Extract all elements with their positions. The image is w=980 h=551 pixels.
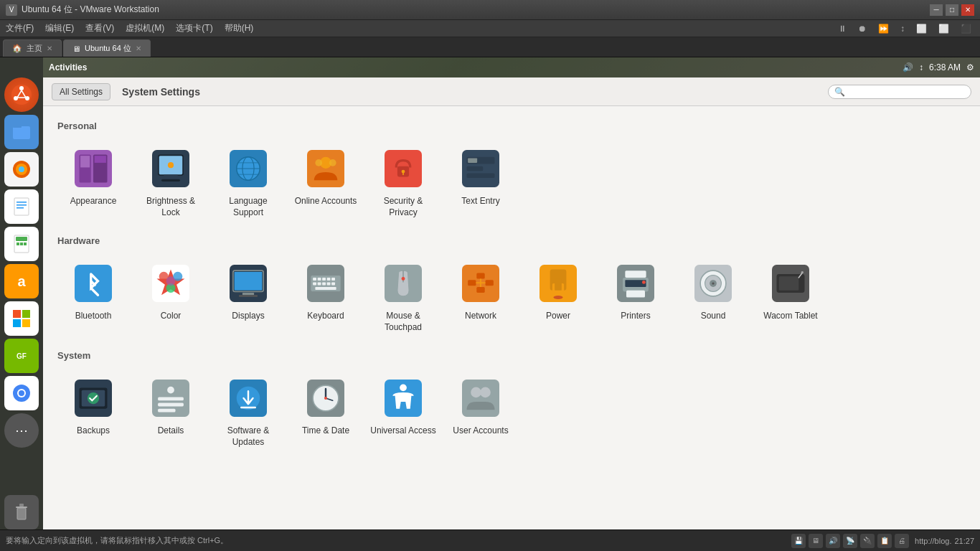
menu-view[interactable]: 查看(V)	[85, 22, 114, 34]
printers-item[interactable]: Printers	[600, 255, 672, 339]
svg-point-112	[801, 271, 804, 273]
power-item[interactable]: Power	[522, 255, 594, 339]
svg-rect-11	[17, 204, 27, 206]
mouse-touchpad-item[interactable]: Mouse & Touchpad	[367, 255, 439, 339]
language-support-item[interactable]: Language Support	[212, 140, 284, 224]
menu-tabs[interactable]: 选项卡(T)	[176, 22, 212, 34]
details-item[interactable]: Details	[135, 369, 207, 453]
launcher-amazon[interactable]: a	[4, 264, 39, 298]
close-button[interactable]: ✕	[961, 4, 974, 16]
bluetooth-icon	[70, 260, 116, 306]
status-icon-6[interactable]: 📋	[877, 534, 892, 548]
tab-ubuntu-close[interactable]: ✕	[136, 44, 141, 52]
status-icon-4[interactable]: 📡	[843, 534, 857, 548]
launcher-firefox[interactable]	[4, 152, 39, 187]
status-icon-2[interactable]: 🖥	[809, 534, 823, 548]
wacom-tablet-icon	[768, 260, 814, 306]
toolbar-btn-2[interactable]: ⏺	[855, 22, 870, 35]
topbar-settings-icon[interactable]: ⚙	[966, 62, 974, 72]
menu-vm[interactable]: 虚拟机(M)	[126, 22, 164, 34]
menu-edit[interactable]: 编辑(E)	[45, 22, 74, 34]
svg-rect-16	[20, 242, 23, 245]
settings-search-bar[interactable]: 🔍	[828, 85, 971, 99]
color-item[interactable]: Color	[135, 255, 207, 339]
search-input[interactable]	[848, 87, 963, 97]
appearance-item[interactable]: Appearance	[57, 140, 129, 224]
vmware-title: Ubuntu 64 位 - VMware Workstation	[22, 4, 159, 16]
ubuntu-topbar: Activities 🔊 ↕ 6:38 AM ⚙	[43, 57, 980, 77]
tab-ubuntu-label: Ubuntu 64 位	[85, 43, 131, 54]
displays-item[interactable]: Displays	[212, 255, 284, 339]
keyboard-item[interactable]: Keyboard	[290, 255, 362, 339]
toolbar-btn-4[interactable]: ↕	[897, 22, 908, 35]
svg-rect-100	[626, 291, 645, 298]
menu-file[interactable]: 文件(F)	[6, 22, 34, 34]
toolbar-btn-7[interactable]: ⬛	[958, 22, 974, 35]
launcher-chrome[interactable]	[4, 376, 39, 410]
status-url: http://blog.	[915, 537, 951, 545]
launcher-calc[interactable]	[4, 227, 39, 261]
activities-label[interactable]: Activities	[49, 62, 87, 72]
text-entry-item[interactable]: Text Entry	[445, 140, 517, 224]
settings-window: All Settings System Settings 🔍 Personal	[43, 77, 980, 529]
tab-home[interactable]: 🏠 主页 ✕	[3, 39, 62, 57]
time-date-item[interactable]: Time & Date	[290, 369, 362, 453]
svg-rect-5	[13, 125, 22, 128]
wacom-tablet-item[interactable]: Wacom Tablet	[755, 255, 826, 339]
svg-point-96	[554, 296, 563, 299]
security-privacy-item[interactable]: Security & Privacy	[367, 140, 439, 224]
sound-icon	[690, 260, 736, 306]
tab-ubuntu[interactable]: 🖥 Ubuntu 64 位 ✕	[63, 39, 151, 57]
svg-rect-25	[17, 508, 26, 519]
section-hardware-header: Hardware	[57, 235, 966, 248]
status-icon-3[interactable]: 🔊	[826, 534, 840, 548]
search-icon: 🔍	[834, 87, 845, 97]
launcher-ubuntu[interactable]	[4, 77, 39, 112]
svg-point-47	[315, 159, 322, 166]
user-accounts-item[interactable]: User Accounts	[445, 369, 517, 453]
tab-home-close[interactable]: ✕	[47, 44, 52, 52]
topbar-left: Activities	[49, 62, 87, 72]
settings-title: System Settings	[122, 86, 200, 98]
maximize-button[interactable]: □	[946, 4, 958, 16]
svg-rect-27	[19, 504, 24, 507]
toolbar-btn-3[interactable]: ⏩	[875, 22, 892, 35]
svg-rect-15	[17, 242, 19, 245]
security-privacy-label: Security & Privacy	[370, 196, 436, 218]
network-item[interactable]: Network	[445, 255, 517, 339]
launcher-geforce[interactable]: GF	[4, 339, 39, 373]
menu-help[interactable]: 帮助(H)	[225, 22, 254, 34]
language-support-icon	[225, 146, 271, 192]
universal-access-item[interactable]: Universal Access	[367, 369, 439, 453]
status-icon-7[interactable]: 🖨	[895, 534, 909, 548]
power-icon	[535, 260, 581, 306]
svg-rect-76	[313, 283, 316, 286]
launcher-microsoft[interactable]	[4, 301, 39, 336]
svg-rect-88	[486, 280, 494, 286]
software-updates-item[interactable]: Software & Updates	[212, 369, 284, 453]
online-accounts-item[interactable]: Online Accounts	[290, 140, 362, 224]
launcher-files[interactable]	[4, 115, 39, 149]
sound-item[interactable]: Sound	[677, 255, 749, 339]
launcher-more[interactable]: ⋯	[4, 413, 39, 448]
launcher-trash[interactable]	[4, 495, 39, 529]
all-settings-button[interactable]: All Settings	[52, 83, 110, 100]
toolbar-btn-1[interactable]: ⏸	[835, 22, 849, 35]
svg-point-84	[402, 277, 405, 281]
user-accounts-label: User Accounts	[453, 425, 508, 437]
status-icon-1[interactable]: 💾	[791, 534, 806, 548]
minimize-button[interactable]: ─	[930, 4, 943, 16]
toolbar-btn-6[interactable]: ⬜	[936, 22, 952, 35]
svg-rect-17	[24, 242, 27, 245]
vmware-tabbar: 🏠 主页 ✕ 🖥 Ubuntu 64 位 ✕	[0, 37, 980, 57]
details-icon	[148, 375, 194, 421]
topbar-sound-icon[interactable]: 🔊	[903, 62, 913, 72]
bluetooth-item[interactable]: Bluetooth	[57, 255, 129, 339]
brightness-lock-item[interactable]: Brightness & Lock	[135, 140, 207, 224]
toolbar-btn-5[interactable]: ⬜	[913, 22, 930, 35]
launcher-libreoffice-writer[interactable]	[4, 189, 39, 224]
svg-point-134	[480, 387, 491, 398]
topbar-network-icon[interactable]: ↕	[919, 62, 923, 72]
backups-item[interactable]: Backups	[57, 369, 129, 453]
status-icon-5[interactable]: 🔌	[860, 534, 875, 548]
